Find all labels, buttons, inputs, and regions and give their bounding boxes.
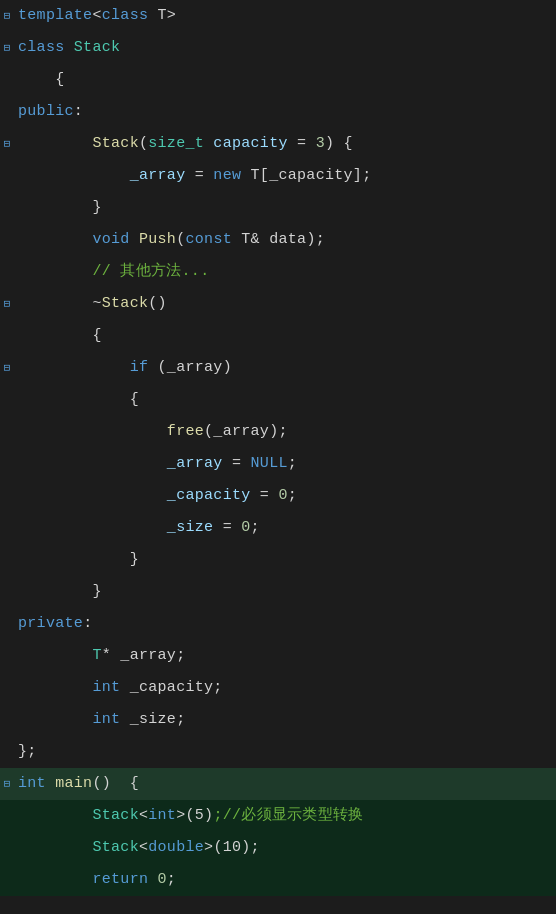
token: T[_capacity]; (241, 167, 371, 184)
token: = (223, 455, 251, 472)
token: Stack (92, 807, 139, 824)
token: template (18, 7, 92, 24)
token: 0 (241, 519, 250, 536)
token: size_t (148, 135, 204, 152)
token: int (92, 711, 120, 728)
token: // 其他方法... (92, 263, 209, 280)
token: (_array); (204, 423, 288, 440)
code-line: _capacity = 0; (0, 480, 556, 512)
fold-icon[interactable]: ⊟ (0, 32, 14, 64)
code-content: private: (14, 608, 556, 640)
token: _capacity (167, 487, 251, 504)
token: = (297, 135, 316, 152)
code-content: int _size; (14, 704, 556, 736)
token: () (148, 295, 167, 312)
code-line: ⊟ ~Stack() (0, 288, 556, 320)
code-content: } (14, 192, 556, 224)
token (148, 871, 157, 888)
code-content: ~Stack() (14, 288, 556, 320)
code-line: int _capacity; (0, 672, 556, 704)
code-content: T* _array; (14, 640, 556, 672)
token: } (92, 583, 101, 600)
token: ; (288, 455, 297, 472)
token: class (102, 7, 149, 24)
code-line: ⊟int main() { (0, 768, 556, 800)
code-line: } (0, 576, 556, 608)
code-content: Stack<int>(5);//必须显示类型转换 (14, 800, 556, 832)
token: < (139, 839, 148, 856)
token: double (148, 839, 204, 856)
code-line: private: (0, 608, 556, 640)
token: _array (130, 167, 186, 184)
code-content: _size = 0; (14, 512, 556, 544)
token: ) { (325, 135, 353, 152)
code-content: return 0; (14, 864, 556, 896)
token: : (83, 615, 92, 632)
code-line: void Push(const T& data); (0, 224, 556, 256)
token: _size; (120, 711, 185, 728)
fold-icon[interactable]: ⊟ (0, 288, 14, 320)
token: public (18, 103, 74, 120)
token: T& data); (232, 231, 325, 248)
token: main (55, 775, 92, 792)
token: capacity (204, 135, 297, 152)
token: { (130, 391, 139, 408)
token: T (92, 647, 101, 664)
fold-icon[interactable]: ⊟ (0, 768, 14, 800)
fold-icon[interactable]: ⊟ (0, 128, 14, 160)
token: 0 (158, 871, 167, 888)
token: Stack (102, 295, 149, 312)
code-editor: ⊟template<class T>⊟class Stack {public:⊟… (0, 0, 556, 914)
token: class (18, 39, 65, 56)
token: = (185, 167, 213, 184)
code-line: { (0, 384, 556, 416)
code-content: int _capacity; (14, 672, 556, 704)
token: private (18, 615, 83, 632)
token: free (167, 423, 204, 440)
token: < (139, 807, 148, 824)
code-line: Stack<int>(5);//必须显示类型转换 (0, 800, 556, 832)
token: 0 (278, 487, 287, 504)
token: _array (167, 455, 223, 472)
token: _size (167, 519, 214, 536)
token: = (251, 487, 279, 504)
token: ( (139, 135, 148, 152)
token: } (130, 551, 139, 568)
code-line: ⊟template<class T> (0, 0, 556, 32)
token: () { (92, 775, 139, 792)
token: Stack (92, 135, 139, 152)
token: (10); (213, 839, 260, 856)
fold-icon[interactable]: ⊟ (0, 352, 14, 384)
token: { (92, 327, 101, 344)
token: 3 (316, 135, 325, 152)
code-line: int _size; (0, 704, 556, 736)
token: return (92, 871, 148, 888)
token: > (204, 839, 213, 856)
token: ; (251, 519, 260, 536)
code-content: }; (14, 736, 556, 768)
code-line: free(_array); (0, 416, 556, 448)
token: ; (167, 871, 176, 888)
code-line: _array = new T[_capacity]; (0, 160, 556, 192)
code-line: Stack<double>(10); (0, 832, 556, 864)
code-lines: ⊟template<class T>⊟class Stack {public:⊟… (0, 0, 556, 896)
token: void (92, 231, 129, 248)
token: Push (139, 231, 176, 248)
code-line: T* _array; (0, 640, 556, 672)
code-content: class Stack (14, 32, 556, 64)
code-line: // 其他方法... (0, 256, 556, 288)
code-content: public: (14, 96, 556, 128)
token: NULL (251, 455, 288, 472)
token: : (74, 103, 83, 120)
token: int (92, 679, 120, 696)
code-content: int main() { (14, 768, 556, 800)
code-line: } (0, 544, 556, 576)
code-content: // 其他方法... (14, 256, 556, 288)
code-line: }; (0, 736, 556, 768)
token: }; (18, 743, 37, 760)
token: int (148, 807, 176, 824)
code-content: { (14, 320, 556, 352)
fold-icon[interactable]: ⊟ (0, 0, 14, 32)
token: T> (148, 7, 176, 24)
token: if (130, 359, 149, 376)
